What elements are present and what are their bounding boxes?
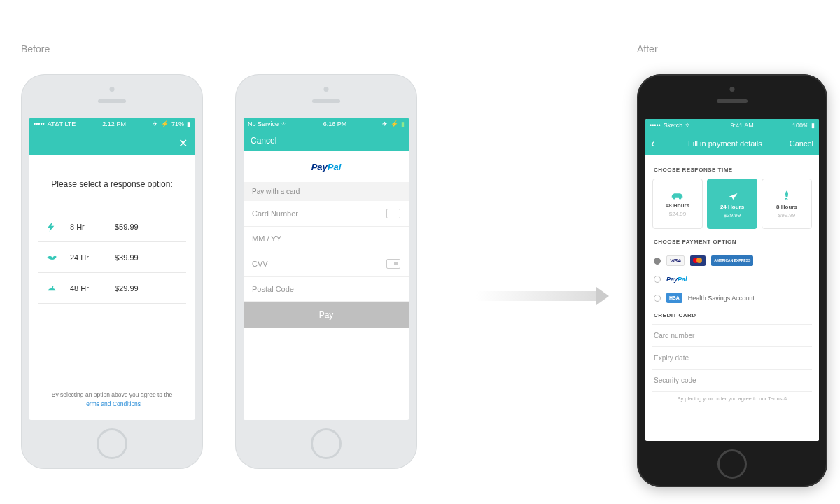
response-option-48hr[interactable]: 48 Hr $29.99 — [38, 273, 186, 304]
option-time: 24 Hr — [66, 253, 115, 262]
bird-icon — [38, 252, 66, 263]
pay-with-card-label: Pay with a card — [244, 182, 409, 201]
after-phone: •••••Sketchᯤ 9:41 AM 100%▮ ‹ Fill in pay… — [637, 74, 827, 487]
payment-option-paypal[interactable]: PayPal — [652, 271, 812, 288]
before-phone-2: No Serviceᯤ 6:16 PM ✈⚡▮ Cancel PayPal Pa… — [235, 74, 417, 469]
status-bar: •••••Sketchᯤ 9:41 AM 100%▮ — [645, 119, 819, 132]
close-icon[interactable]: ✕ — [178, 136, 188, 150]
tile-label: 48 Hours — [666, 202, 690, 209]
cancel-button[interactable]: Cancel — [251, 136, 276, 146]
status-bar: No Serviceᯤ 6:16 PM ✈⚡▮ — [244, 118, 409, 130]
card-number-field[interactable]: Card Number — [244, 201, 409, 227]
hsa-label: Health Savings Account — [688, 295, 755, 302]
cvv-field[interactable]: CVV — [244, 251, 409, 277]
tile-price: $99.99 — [778, 212, 795, 218]
card-front-icon — [386, 209, 400, 218]
radio-icon — [654, 295, 661, 302]
terms-link[interactable]: Terms and Conditions — [29, 400, 195, 407]
terms-footer: By selecting an option above you agree t… — [29, 391, 195, 407]
page-title: Fill in payment details — [661, 139, 790, 148]
amex-icon: AMERICAN EXPRESS — [711, 255, 753, 266]
radio-selected-icon — [654, 258, 661, 265]
after-label: After — [637, 43, 658, 55]
payment-option-card[interactable]: VISA AMERICAN EXPRESS — [652, 251, 812, 271]
response-option-24hr[interactable]: 24 Hr $39.99 — [38, 242, 186, 273]
option-price: $39.99 — [115, 253, 157, 262]
card-number-field[interactable]: Card number — [652, 324, 812, 346]
visa-icon: VISA — [666, 255, 685, 266]
section-response-time: CHOOSE RESPONSE TIME — [654, 167, 811, 173]
hsa-icon: HSA — [666, 293, 682, 303]
tile-price: $24.99 — [669, 211, 686, 217]
paypal-icon: PayPal — [666, 276, 687, 283]
option-time: 8 Hr — [66, 223, 115, 231]
page-heading: Please select a response option: — [38, 179, 186, 189]
bolt-icon — [38, 221, 66, 232]
option-price: $29.99 — [115, 284, 157, 293]
rocket-icon — [781, 189, 792, 202]
payment-option-hsa[interactable]: HSA Health Savings Account — [652, 288, 812, 308]
option-time: 48 Hr — [66, 284, 115, 293]
tile-price: $39.99 — [724, 212, 741, 218]
mastercard-icon — [690, 255, 706, 266]
cancel-button[interactable]: Cancel — [790, 139, 813, 148]
tile-8-hours[interactable]: 8 Hours $99.99 — [762, 178, 812, 229]
terms-footer: By placing your order you agree to our T… — [652, 391, 812, 403]
wifi-icon: ᯤ — [685, 122, 692, 129]
rabbit-icon — [38, 283, 66, 294]
transition-arrow — [476, 287, 609, 305]
tile-24-hours[interactable]: 24 Hours $39.99 — [707, 178, 757, 229]
radio-icon — [654, 276, 661, 283]
response-option-8hr[interactable]: 8 Hr $59.99 — [38, 211, 186, 242]
section-credit-card: CREDIT CARD — [654, 312, 811, 318]
nav-bar: Cancel — [244, 130, 409, 151]
expiry-field[interactable]: MM / YY — [244, 227, 409, 251]
status-bar: •••••AT&T LTE 2:12 PM ✈⚡71%▮ — [29, 118, 195, 130]
pay-button[interactable]: Pay — [244, 302, 409, 328]
before-phone-1: •••••AT&T LTE 2:12 PM ✈⚡71%▮ ✕ Please se… — [21, 74, 203, 469]
tile-label: 8 Hours — [776, 204, 797, 210]
car-icon — [670, 190, 685, 200]
expiry-field[interactable]: Expiry date — [652, 346, 812, 369]
tile-label: 24 Hours — [720, 204, 744, 210]
security-code-field[interactable]: Security code — [652, 369, 812, 391]
section-payment-option: CHOOSE PAYMENT OPTION — [654, 239, 811, 245]
tile-48-hours[interactable]: 48 Hours $24.99 — [652, 178, 703, 229]
before-label: Before — [21, 43, 50, 55]
card-back-icon — [386, 259, 400, 269]
option-price: $59.99 — [115, 223, 157, 231]
nav-bar: ✕ — [29, 130, 195, 155]
plane-icon — [725, 189, 739, 202]
nav-bar: ‹ Fill in payment details Cancel — [645, 132, 819, 155]
back-icon[interactable]: ‹ — [651, 137, 661, 150]
postal-field[interactable]: Postal Code — [244, 277, 409, 302]
paypal-logo: PayPal — [244, 151, 409, 182]
wifi-icon: ᯤ — [281, 120, 288, 127]
